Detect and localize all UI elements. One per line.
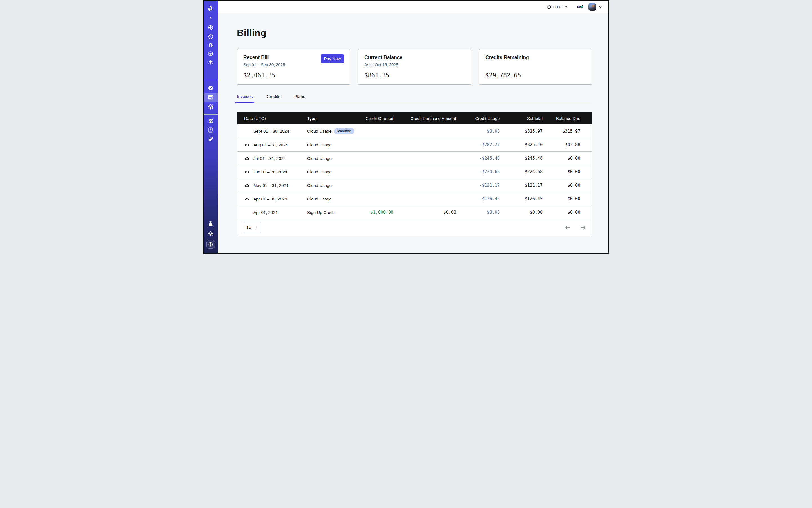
credits-remaining-card: Credits Remaining $29,782.65 [479,49,592,85]
sidebar-item-book-sparkle[interactable] [204,125,218,134]
invoice-type: Sign Up Credit [307,210,335,215]
pay-now-button[interactable]: Pay Now [321,54,344,64]
invoice-table-body: Sept 01 – 30, 2024Cloud UsagePending$0.0… [237,124,592,219]
cell-date: Jun 01 – 30, 2024 [237,165,307,178]
sidebar [204,1,218,253]
table-row: Apr 01 – 30, 2024Cloud Usage-$126.45$126… [237,192,592,206]
invoice-type: Cloud Usage [307,142,332,147]
sidebar-item-dollar-seal[interactable] [206,240,215,249]
timezone-label: UTC [553,4,562,9]
download-invoice-icon[interactable] [244,169,250,175]
sun-icon [208,230,214,237]
col-subtotal: Subtotal [500,112,543,124]
dollar-seal-icon [208,242,213,247]
card-amount: $29,782.65 [485,72,586,79]
cell-credit-purchase [393,124,456,138]
recent-bill-card: Recent Bill Sep 01 – Sep 30, 2025 $2,061… [237,49,350,85]
page-title: Billing [237,27,592,38]
cell-date: Apr 01, 2024 [237,206,307,219]
asterisk-icon [208,59,214,65]
sidebar-divider [204,114,218,115]
next-page-button[interactable] [580,224,586,230]
cell-date: May 01 – 31, 2024 [237,178,307,192]
cell-type: Cloud UsagePending [307,124,355,138]
sidebar-item-chevron-right[interactable] [204,14,218,23]
invoice-date: Jul 01 – 31, 2024 [253,156,286,161]
layers-icon [208,42,214,48]
cell-type: Cloud Usage [307,165,355,178]
logo-orbit-icon [208,6,214,12]
invoice-date: Apr 01 – 30, 2024 [253,197,287,201]
account-menu-chevron-icon[interactable] [598,5,602,9]
book-sparkle-icon [208,127,214,133]
card-title: Credits Remaining [485,55,586,60]
col-credit-usage: Credit Usage [456,112,500,124]
billing-tabs: Invoices Credits Plans [237,94,592,103]
avatar[interactable] [589,3,596,11]
sidebar-item-asterisk[interactable] [204,58,218,67]
pagination-bar: 10 [237,219,592,236]
cell-balance-due: $0.00 [543,206,592,219]
chevron-down-icon [254,225,258,229]
cell-credit-granted [355,165,393,178]
download-invoice-icon[interactable] [244,156,250,161]
cell-credit-usage: -$282.22 [456,138,500,152]
download-invoice-icon[interactable] [244,142,250,147]
cell-credit-usage: -$126.45 [456,192,500,206]
cell-type: Cloud Usage [307,152,355,165]
main-area: UTC Billing Recent Bill Sep 01 – Sep 30,… [218,1,608,253]
sidebar-item-history-timer[interactable] [204,32,218,41]
tab-plans[interactable]: Plans [293,94,307,103]
timezone-dropdown[interactable]: UTC [547,4,568,9]
sidebar-item-flask[interactable] [204,219,218,228]
sidebar-item-sun[interactable] [204,229,218,238]
cube-icon [208,51,214,57]
cell-credit-purchase [393,152,456,165]
cell-credit-granted: $1,000.00 [355,206,393,219]
sidebar-item-settings-gear[interactable] [204,102,218,111]
cell-subtotal: $126.45 [500,192,543,206]
card-subtitle [485,62,586,68]
sidebar-item-logo-orbit[interactable] [204,4,218,13]
sidebar-item-rocket[interactable] [204,135,218,143]
sidebar-item-gauge[interactable] [204,84,218,93]
tab-credits[interactable]: Credits [265,94,282,103]
page-size-value: 10 [246,225,251,230]
sidebar-item-cube[interactable] [204,49,218,58]
cell-subtotal: $315.97 [500,124,543,138]
cell-credit-usage: -$245.48 [456,152,500,165]
current-balance-card: Current Balance As of Oct 15, 2025 $861.… [358,49,471,85]
sidebar-item-layers[interactable] [204,41,218,50]
glasses-icon[interactable] [577,3,584,10]
table-header-row: Date (UTC) Type Credit Granted Credit Pu… [237,112,592,124]
cell-credit-purchase [393,138,456,152]
cell-subtotal: $245.48 [500,152,543,165]
clock-icon [547,4,551,9]
sidebar-item-billing-card[interactable] [204,93,218,102]
col-credit-granted: Credit Granted [355,112,393,124]
invoice-date: Sept 01 – 30, 2024 [253,129,289,133]
cell-subtotal: $224.68 [500,165,543,178]
download-invoice-icon[interactable] [244,182,250,188]
chevron-down-icon [564,5,568,9]
download-invoice-icon[interactable] [244,196,250,202]
cell-subtotal: $121.17 [500,178,543,192]
cell-balance-due: $0.00 [543,178,592,192]
card-amount: $861.35 [364,72,465,79]
invoices-table: Date (UTC) Type Credit Granted Credit Pu… [237,112,592,219]
page-size-select[interactable]: 10 [243,222,261,234]
cell-date: Apr 01 – 30, 2024 [237,192,307,206]
billing-card-icon [208,94,214,100]
invoice-date: Jun 01 – 30, 2024 [253,170,287,174]
table-row: Aug 01 – 31, 2024Cloud Usage-$282.22$325… [237,138,592,152]
sidebar-item-eye-swirl[interactable] [204,23,218,32]
tab-invoices[interactable]: Invoices [236,94,254,103]
sidebar-item-helm-wheel[interactable] [204,117,218,126]
invoice-type: Cloud Usage [307,170,332,174]
previous-page-button[interactable] [564,224,571,230]
cell-balance-due: $315.97 [543,124,592,138]
table-row: Apr 01, 2024Sign Up Credit$1,000.00$0.00… [237,206,592,219]
invoice-date: Aug 01 – 31, 2024 [253,142,288,147]
card-subtitle: As of Oct 15, 2025 [364,62,465,68]
card-title: Current Balance [364,55,465,60]
